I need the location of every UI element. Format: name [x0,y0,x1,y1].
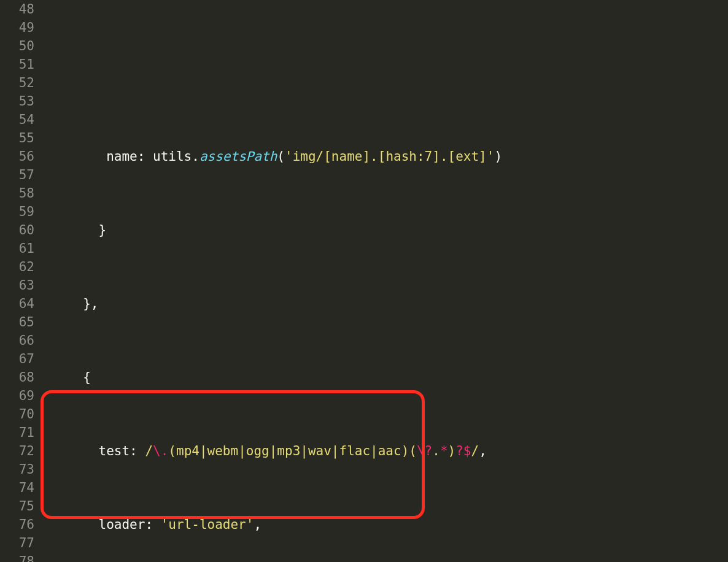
gutter: 4849505152535455565758596061626364656667… [0,0,43,562]
code-line [44,74,728,92]
line-number: 73 [0,460,34,479]
line-number: 65 [0,313,34,331]
line-number: 55 [0,129,34,147]
line-number: 75 [0,497,34,515]
line-number: 57 [0,166,34,184]
line-number: 59 [0,202,34,221]
line-number: 68 [0,368,34,387]
line-number: 52 [0,74,34,92]
code-area[interactable]: name: utils.assetsPath('img/[name].[hash… [43,0,728,562]
line-number: 63 [0,276,34,294]
line-number: 71 [0,423,34,442]
line-number: 70 [0,405,34,423]
code-line: } [44,221,728,239]
line-number: 78 [0,552,34,562]
line-number: 64 [0,294,34,313]
line-number: 77 [0,534,34,552]
line-number: 61 [0,239,34,258]
line-number: 66 [0,331,34,350]
line-number: 76 [0,515,34,534]
code-line: }, [44,294,728,313]
line-number: 62 [0,258,34,276]
line-number: 53 [0,92,34,110]
code-line: { [44,368,728,387]
line-number: 50 [0,37,34,55]
line-number: 67 [0,350,34,368]
line-number: 48 [0,0,34,18]
line-number: 51 [0,55,34,74]
line-number: 69 [0,387,34,405]
line-number: 60 [0,221,34,239]
line-number: 56 [0,147,34,166]
line-number: 72 [0,442,34,460]
line-number: 58 [0,184,34,202]
code-line: test: /\.(mp4|webm|ogg|mp3|wav|flac|aac)… [44,442,728,460]
line-number: 49 [0,18,34,37]
code-line: loader: 'url-loader', [44,515,728,534]
line-number: 74 [0,479,34,497]
line-number: 54 [0,110,34,129]
code-line: name: utils.assetsPath('img/[name].[hash… [44,147,728,166]
